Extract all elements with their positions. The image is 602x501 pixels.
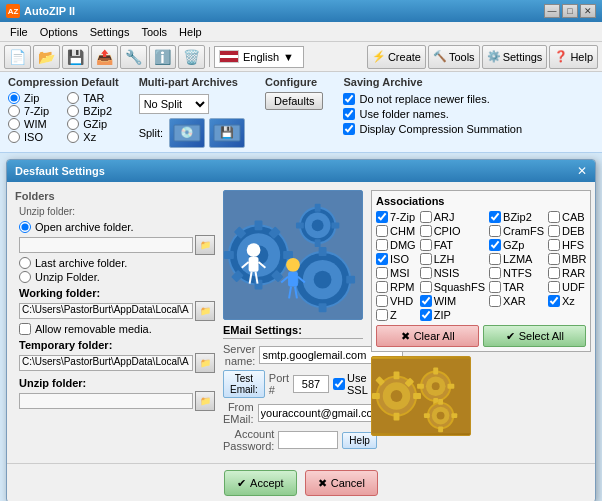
assoc-lzh[interactable]: LZH: [420, 253, 485, 265]
archive-path-input[interactable]: [19, 237, 193, 253]
cancel-button[interactable]: ✖ Cancel: [305, 470, 378, 496]
toolbar-help[interactable]: ❓ Help: [549, 45, 598, 69]
display-summation-option[interactable]: Display Compression Summation: [343, 123, 522, 135]
assoc-tar[interactable]: TAR: [489, 281, 544, 293]
no-replace-check[interactable]: [343, 93, 355, 105]
assoc-vhd[interactable]: VHD: [376, 295, 416, 307]
allow-removable-check[interactable]: [19, 323, 31, 335]
bzip2-radio[interactable]: [67, 105, 79, 117]
tar-option[interactable]: TAR: [67, 92, 118, 104]
assoc-nsis[interactable]: NSIS: [420, 267, 485, 279]
assoc-cpio[interactable]: CPIO: [420, 225, 485, 237]
ssl-option[interactable]: Use SSL: [333, 372, 368, 396]
maximize-button[interactable]: □: [562, 4, 578, 18]
clear-all-button[interactable]: ✖ Clear All: [376, 325, 479, 347]
defaults-button[interactable]: Defaults: [265, 92, 323, 110]
tar-radio[interactable]: [67, 92, 79, 104]
assoc-lzma[interactable]: LZMA: [489, 253, 544, 265]
toolbar-test[interactable]: 🔧: [120, 45, 147, 69]
7zip-radio[interactable]: [8, 105, 20, 117]
wim-option[interactable]: WIM: [8, 118, 59, 130]
assoc-xz[interactable]: Xz: [548, 295, 586, 307]
assoc-msi[interactable]: MSI: [376, 267, 416, 279]
assoc-fat[interactable]: FAT: [420, 239, 485, 251]
assoc-ntfs[interactable]: NTFS: [489, 267, 544, 279]
use-folders-check[interactable]: [343, 108, 355, 120]
password-input[interactable]: [278, 431, 338, 449]
select-all-button[interactable]: ✔ Select All: [483, 325, 586, 347]
xz-radio[interactable]: [67, 131, 79, 143]
assoc-gzp[interactable]: GZp: [489, 239, 544, 251]
working-path-input[interactable]: C:\Users\PastorBurt\AppData\Local\A: [19, 303, 193, 319]
iso-radio[interactable]: [8, 131, 20, 143]
last-archive-option[interactable]: Last archive folder.: [19, 257, 215, 269]
unzip-path-input[interactable]: [19, 393, 193, 409]
assoc-deb[interactable]: DEB: [548, 225, 586, 237]
accept-button[interactable]: ✔ Accept: [224, 470, 297, 496]
minimize-button[interactable]: —: [544, 4, 560, 18]
zip-radio[interactable]: [8, 92, 20, 104]
temp-path-input[interactable]: C:\Users\PastorBurt\AppData\Local\A: [19, 355, 193, 371]
language-selector[interactable]: English ▼: [214, 46, 304, 68]
browse-button-3[interactable]: 📁: [195, 353, 215, 373]
menu-help[interactable]: Help: [173, 24, 208, 40]
xz-option[interactable]: Xz: [67, 131, 118, 143]
open-archive-option[interactable]: Open archive folder.: [19, 221, 215, 233]
browse-button-4[interactable]: 📁: [195, 391, 215, 411]
assoc-wim[interactable]: WIM: [420, 295, 485, 307]
dialog-close-button[interactable]: ✕: [577, 164, 587, 178]
last-archive-radio[interactable]: [19, 257, 31, 269]
assoc-cramfs[interactable]: CramFS: [489, 225, 544, 237]
display-summation-check[interactable]: [343, 123, 355, 135]
no-replace-option[interactable]: Do not replace newer files.: [343, 93, 522, 105]
assoc-hfs[interactable]: HFS: [548, 239, 586, 251]
menu-settings[interactable]: Settings: [84, 24, 136, 40]
assoc-arj[interactable]: ARJ: [420, 211, 485, 223]
toolbar-delete[interactable]: 🗑️: [178, 45, 205, 69]
assoc-udf[interactable]: UDF: [548, 281, 586, 293]
browse-button-2[interactable]: 📁: [195, 301, 215, 321]
assoc-mbr[interactable]: MBR: [548, 253, 586, 265]
7zip-option[interactable]: 7-Zip: [8, 105, 59, 117]
assoc-bzip2[interactable]: BZip2: [489, 211, 544, 223]
assoc-z[interactable]: Z: [376, 309, 416, 321]
open-archive-radio[interactable]: [19, 221, 31, 233]
toolbar-open[interactable]: 📂: [33, 45, 60, 69]
assoc-rpm[interactable]: RPM: [376, 281, 416, 293]
gzip-radio[interactable]: [67, 118, 79, 130]
assoc-rar[interactable]: RAR: [548, 267, 586, 279]
toolbar-info[interactable]: ℹ️: [149, 45, 176, 69]
toolbar-save[interactable]: 💾: [62, 45, 89, 69]
assoc-zip[interactable]: ZIP: [420, 309, 485, 321]
assoc-xar[interactable]: XAR: [489, 295, 544, 307]
ssl-check[interactable]: [333, 378, 345, 390]
browse-button-1[interactable]: 📁: [195, 235, 215, 255]
assoc-cab[interactable]: CAB: [548, 211, 586, 223]
port-input[interactable]: [293, 375, 329, 393]
iso-option[interactable]: ISO: [8, 131, 59, 143]
toolbar-tools[interactable]: 🔨 Tools: [428, 45, 480, 69]
menu-tools[interactable]: Tools: [135, 24, 173, 40]
unzip-folder-option[interactable]: Unzip Folder.: [19, 271, 215, 283]
wim-radio[interactable]: [8, 118, 20, 130]
toolbar-settings[interactable]: ⚙️ Settings: [482, 45, 548, 69]
toolbar-create[interactable]: ⚡ Create: [367, 45, 426, 69]
use-folders-option[interactable]: Use folder names.: [343, 108, 522, 120]
test-email-button[interactable]: Test Email:: [223, 370, 265, 398]
zip-option[interactable]: Zip: [8, 92, 59, 104]
close-button[interactable]: ✕: [580, 4, 596, 18]
toolbar-new[interactable]: 📄: [4, 45, 31, 69]
assoc-iso[interactable]: ISO: [376, 253, 416, 265]
assoc-dmg[interactable]: DMG: [376, 239, 416, 251]
menu-options[interactable]: Options: [34, 24, 84, 40]
bzip2-option[interactable]: BZip2: [67, 105, 118, 117]
gzip-option[interactable]: GZip: [67, 118, 118, 130]
allow-removable-option[interactable]: Allow removable media.: [19, 323, 215, 335]
toolbar-extract[interactable]: 📤: [91, 45, 118, 69]
assoc-squashfs[interactable]: SquashFS: [420, 281, 485, 293]
assoc-chm[interactable]: CHM: [376, 225, 416, 237]
assoc-7zip[interactable]: 7-Zip: [376, 211, 416, 223]
menu-file[interactable]: File: [4, 24, 34, 40]
unzip-folder-radio[interactable]: [19, 271, 31, 283]
multipart-select[interactable]: No Split: [139, 94, 209, 114]
